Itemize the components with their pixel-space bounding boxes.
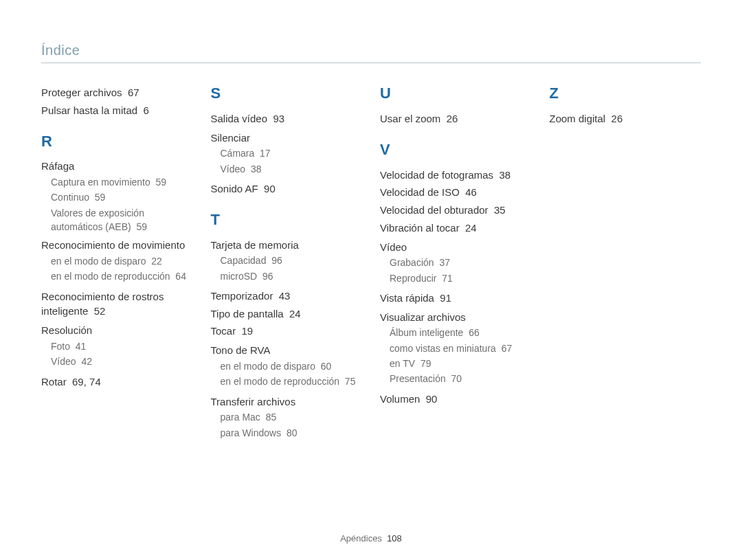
index-subentry[interactable]: Cámara 17 bbox=[221, 146, 363, 160]
entry-text: Reproducir bbox=[390, 273, 436, 284]
index-entry[interactable]: Velocidad de fotogramas 38 bbox=[380, 168, 532, 183]
entry-page: 6 bbox=[143, 104, 148, 116]
index-entry[interactable]: Vibración al tocar 24 bbox=[380, 221, 532, 236]
entry-page: 79 bbox=[420, 358, 431, 369]
entry-page: 19 bbox=[242, 325, 254, 337]
index-letter-s: S bbox=[211, 82, 363, 104]
entry-page: 85 bbox=[266, 412, 277, 423]
index-subentry[interactable]: para Mac 85 bbox=[221, 410, 363, 424]
index-letter-t: T bbox=[211, 209, 363, 231]
index-subentry[interactable]: Reproducir 71 bbox=[390, 271, 532, 285]
entry-page: 71 bbox=[442, 273, 453, 284]
index-subentry[interactable]: Captura en movimiento 59 bbox=[51, 175, 193, 189]
index-subentry[interactable]: Vídeo 38 bbox=[221, 162, 363, 176]
entry-page: 59 bbox=[156, 177, 167, 188]
index-column-4: Z Zoom digital 26 bbox=[550, 82, 701, 441]
index-letter-v: V bbox=[380, 139, 532, 161]
entry-page: 35 bbox=[494, 204, 506, 216]
index-entry[interactable]: Sonido AF 90 bbox=[211, 181, 363, 197]
index-entry[interactable]: Salida vídeo 93 bbox=[211, 111, 363, 126]
entry-page: 67 bbox=[128, 87, 139, 98]
entry-page: 75 bbox=[345, 376, 356, 387]
index-subhead: Tono de RVA bbox=[211, 343, 363, 358]
entry-page: 38 bbox=[251, 164, 262, 175]
index-page: Índice Proteger archivos 67 Pulsar hasta… bbox=[0, 0, 742, 560]
entry-text: Vibración al tocar bbox=[380, 222, 460, 234]
index-entry[interactable]: Zoom digital 26 bbox=[550, 111, 701, 126]
index-letter-z: Z bbox=[550, 82, 701, 104]
footer-section: Apéndices bbox=[340, 533, 382, 544]
index-subentry[interactable]: Vídeo 42 bbox=[51, 355, 193, 368]
entry-text: en el modo de reproducción bbox=[51, 271, 170, 282]
entry-page: 26 bbox=[447, 113, 458, 124]
index-subhead: Transferir archivos bbox=[211, 394, 363, 410]
index-subentry[interactable]: Álbum inteligente 66 bbox=[390, 326, 532, 339]
index-subhead: Tarjeta de memoria bbox=[211, 238, 363, 253]
index-entry[interactable]: Pulsar hasta la mitad 6 bbox=[41, 103, 193, 118]
entry-page: 93 bbox=[273, 113, 284, 124]
entry-page: 37 bbox=[439, 257, 450, 268]
index-subentry[interactable]: en TV 79 bbox=[390, 357, 532, 370]
index-entry[interactable]: Usar el zoom 26 bbox=[380, 111, 532, 126]
entry-text: Álbum inteligente bbox=[390, 327, 463, 338]
entry-page: 90 bbox=[264, 183, 276, 194]
index-entry[interactable]: Tocar 19 bbox=[211, 324, 363, 339]
entry-page: 96 bbox=[262, 271, 273, 282]
index-subentry[interactable]: Presentación 70 bbox=[390, 372, 532, 385]
entry-text: Grabación bbox=[390, 257, 434, 268]
index-subhead: Reconocimiento de movimiento bbox=[41, 238, 193, 253]
index-entry[interactable]: Rotar 69, 74 bbox=[41, 374, 193, 390]
entry-text: en el modo de disparo bbox=[51, 256, 146, 267]
entry-text: Vista rápida bbox=[380, 292, 434, 304]
entry-page: 22 bbox=[151, 256, 162, 267]
entry-text: para Windows bbox=[221, 427, 282, 438]
index-subentry[interactable]: para Windows 80 bbox=[221, 426, 363, 440]
index-column-3: U Usar el zoom 26 V Velocidad de fotogra… bbox=[380, 82, 532, 441]
index-subentry[interactable]: en el modo de reproducción 75 bbox=[221, 374, 363, 388]
entry-page: 59 bbox=[95, 192, 106, 203]
index-entry[interactable]: Velocidad de ISO 46 bbox=[380, 185, 532, 200]
index-subentry[interactable]: microSD 96 bbox=[221, 269, 363, 283]
index-subentry[interactable]: Valores de exposición automáticos (AEB) … bbox=[51, 206, 193, 234]
index-subentry[interactable]: en el modo de disparo 60 bbox=[221, 359, 363, 373]
index-subentry[interactable]: como vistas en miniatura 67 bbox=[390, 341, 532, 355]
index-columns: Proteger archivos 67 Pulsar hasta la mit… bbox=[41, 82, 701, 441]
entry-page: 46 bbox=[465, 186, 477, 198]
entry-text: como vistas en miniatura bbox=[390, 343, 496, 354]
index-entry[interactable]: Tipo de pantalla 24 bbox=[211, 306, 363, 322]
entry-page: 43 bbox=[279, 290, 291, 302]
entry-text: Presentación bbox=[390, 373, 446, 384]
index-subentry[interactable]: Capacidad 96 bbox=[221, 254, 363, 267]
index-entry[interactable]: Proteger archivos 67 bbox=[41, 85, 193, 100]
index-subentry[interactable]: Grabación 37 bbox=[390, 256, 532, 269]
index-entry[interactable]: Reconocimiento de rostros inteligente 52 bbox=[41, 289, 193, 320]
index-subentry[interactable]: Continuo 59 bbox=[51, 190, 193, 204]
index-entry[interactable]: Velocidad del obturador 35 bbox=[380, 203, 532, 218]
index-entry[interactable]: Temporizador 43 bbox=[211, 289, 363, 304]
entry-page: 41 bbox=[76, 341, 87, 352]
entry-text: Vídeo bbox=[51, 356, 76, 367]
entry-text: Usar el zoom bbox=[380, 113, 440, 124]
entry-text: para Mac bbox=[221, 412, 260, 423]
entry-text: Vídeo bbox=[221, 164, 246, 175]
index-column-1: Proteger archivos 67 Pulsar hasta la mit… bbox=[41, 82, 193, 441]
entry-text: Continuo bbox=[51, 192, 89, 203]
index-entry[interactable]: Vista rápida 91 bbox=[380, 291, 532, 306]
entry-text: Tocar bbox=[211, 325, 236, 337]
index-subentry[interactable]: Foto 41 bbox=[51, 339, 193, 353]
entry-text: Foto bbox=[51, 341, 70, 352]
entry-text: Zoom digital bbox=[550, 113, 606, 124]
entry-text: Sonido AF bbox=[211, 183, 258, 194]
entry-page: 60 bbox=[321, 361, 332, 372]
page-footer: Apéndices 108 bbox=[0, 533, 742, 544]
entry-page: 59 bbox=[137, 221, 148, 232]
index-entry[interactable]: Volumen 90 bbox=[380, 392, 532, 407]
entry-page: 38 bbox=[499, 169, 510, 181]
entry-text: Temporizador bbox=[211, 290, 273, 302]
index-subentry[interactable]: en el modo de reproducción 64 bbox=[51, 269, 193, 283]
entry-page: 24 bbox=[465, 222, 477, 234]
entry-page: 24 bbox=[289, 308, 301, 320]
page-title: Índice bbox=[41, 43, 701, 58]
index-subhead: Ráfaga bbox=[41, 159, 193, 174]
index-subentry[interactable]: en el modo de disparo 22 bbox=[51, 254, 193, 268]
